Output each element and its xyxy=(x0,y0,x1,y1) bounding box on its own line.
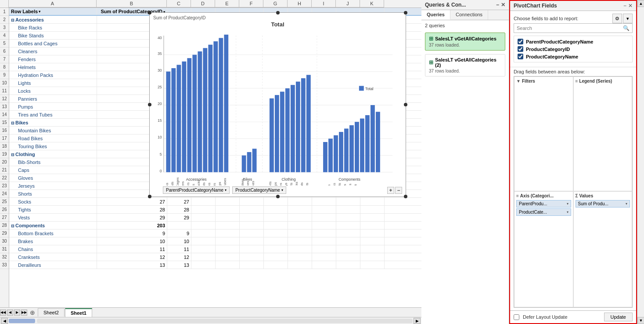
cell-j-27[interactable] xyxy=(336,214,360,221)
cell-e-31[interactable] xyxy=(216,245,240,253)
cell-d-26[interactable] xyxy=(191,206,216,213)
cell-d-27[interactable] xyxy=(191,214,216,221)
cell-a-33[interactable]: Derailleurs xyxy=(9,261,97,269)
col-header-e[interactable]: E xyxy=(215,0,239,7)
cell-j-28[interactable] xyxy=(336,222,360,229)
cell-c-32[interactable]: 12 xyxy=(167,253,191,261)
scroll-up-btn[interactable]: ▲ xyxy=(637,0,644,7)
cell-d-31[interactable] xyxy=(191,245,216,253)
cell-h-32[interactable] xyxy=(288,253,312,261)
cell-g-30[interactable] xyxy=(264,237,288,245)
cell-h-25[interactable] xyxy=(288,198,312,205)
cell-h-29[interactable] xyxy=(288,229,312,237)
cell-a-28[interactable]: ⊟Components xyxy=(9,222,97,229)
cell-b-27[interactable]: 29 xyxy=(97,214,167,221)
chart-handle-bottomright[interactable] xyxy=(404,195,407,198)
queries-close-btn[interactable]: ✕ xyxy=(501,2,505,8)
cell-c-26[interactable]: 28 xyxy=(167,206,191,213)
cell-a-10[interactable]: Lights xyxy=(9,79,97,87)
cell-d-25[interactable] xyxy=(191,198,216,205)
cell-j-33[interactable] xyxy=(336,261,360,269)
field-checkbox-3[interactable] xyxy=(518,54,523,59)
cell-f-33[interactable] xyxy=(240,261,264,269)
chart-handle-topright[interactable] xyxy=(404,11,407,15)
cell-f-29[interactable] xyxy=(240,229,264,237)
cell-b-26[interactable]: 28 xyxy=(97,206,167,213)
cell-a-13[interactable]: Pumps xyxy=(9,103,97,110)
cell-a-8[interactable]: Helmets xyxy=(9,63,97,71)
cell-g-32[interactable] xyxy=(264,253,288,261)
cell-a-32[interactable]: Cranksets xyxy=(9,253,97,261)
col-header-g[interactable]: G xyxy=(263,0,288,7)
cell-a-19[interactable]: ⊟Clothing xyxy=(9,150,97,158)
cell-c-33[interactable]: 13 xyxy=(167,261,191,269)
dropdown-button[interactable]: ▾ xyxy=(623,14,633,23)
cell-k-28[interactable] xyxy=(360,222,385,229)
cell-j-32[interactable] xyxy=(336,253,360,261)
cell-d-29[interactable] xyxy=(191,229,216,237)
values-pill-1[interactable]: Sum of Produ... ▾ xyxy=(576,200,630,208)
cell-g-25[interactable] xyxy=(264,198,288,205)
cell-b-25[interactable]: 27 xyxy=(97,198,167,205)
col-header-b[interactable]: B xyxy=(97,0,167,7)
cell-f-31[interactable] xyxy=(240,245,264,253)
col-header-f[interactable]: F xyxy=(239,0,263,7)
cell-j-26[interactable] xyxy=(336,206,360,213)
cell-a-30[interactable]: Brakes xyxy=(9,237,97,245)
cell-a-7[interactable]: Fenders xyxy=(9,55,97,63)
cell-b-33[interactable]: 13 xyxy=(97,261,167,269)
cell-k-27[interactable] xyxy=(360,214,385,221)
sheet-tab-sheet1[interactable]: Sheet1 xyxy=(65,308,92,317)
cell-e-25[interactable] xyxy=(216,198,240,205)
field-checkbox-2[interactable] xyxy=(518,46,523,52)
field-checkbox-1[interactable] xyxy=(518,39,523,44)
cell-e-27[interactable] xyxy=(216,214,240,221)
cell-h-28[interactable] xyxy=(288,222,312,229)
cell-h-27[interactable] xyxy=(288,214,312,221)
cell-c-25[interactable]: 27 xyxy=(167,198,191,205)
cell-i-27[interactable] xyxy=(312,214,336,221)
cell-f-25[interactable] xyxy=(240,198,264,205)
cell-a-12[interactable]: Panniers xyxy=(9,95,97,102)
query-item-1[interactable]: ⊞ SalesLT vGetAllCategories 37 rows load… xyxy=(425,33,505,51)
cell-b-32[interactable]: 12 xyxy=(97,253,167,261)
sheet-tab-sheet2[interactable]: Sheet2 xyxy=(38,308,65,317)
cell-j-25[interactable] xyxy=(336,198,360,205)
col-header-h[interactable]: H xyxy=(288,0,312,7)
cell-a-17[interactable]: Road Bikes xyxy=(9,135,97,142)
cell-a-3[interactable]: Bike Racks xyxy=(9,24,97,31)
col-header-j[interactable]: J xyxy=(336,0,360,7)
cell-g-26[interactable] xyxy=(264,206,288,213)
cell-i-26[interactable] xyxy=(312,206,336,213)
chart-minus-btn[interactable]: − xyxy=(395,187,402,194)
cell-b-29[interactable]: 9 xyxy=(97,229,167,237)
cell-a-4[interactable]: Bike Stands xyxy=(9,32,97,39)
defer-checkbox[interactable] xyxy=(514,314,519,320)
cell-k-32[interactable] xyxy=(360,253,385,261)
cell-a-16[interactable]: Mountain Bikes xyxy=(9,127,97,134)
cell-f-30[interactable] xyxy=(240,237,264,245)
cell-k-33[interactable] xyxy=(360,261,385,269)
nav-prev[interactable]: ◀ xyxy=(7,309,13,316)
cell-b-31[interactable]: 11 xyxy=(97,245,167,253)
cell-a-20[interactable]: Bib-Shorts xyxy=(9,158,97,166)
cell-j-31[interactable] xyxy=(336,245,360,253)
col-header-k[interactable]: K xyxy=(360,0,384,7)
search-box[interactable]: 🔍 xyxy=(514,23,633,33)
filter2-dropdown[interactable]: ProductCategoryName ▾ xyxy=(232,186,286,194)
nav-next[interactable]: ▶ xyxy=(14,309,20,316)
cell-e-33[interactable] xyxy=(216,261,240,269)
cell-f-28[interactable] xyxy=(240,222,264,229)
axis-pill-1[interactable]: ParentProdu... ▾ xyxy=(516,200,571,208)
cell-e-29[interactable] xyxy=(216,229,240,237)
pivotchart-collapse-btn[interactable]: − xyxy=(623,3,626,9)
cell-g-29[interactable] xyxy=(264,229,288,237)
cell-d-30[interactable] xyxy=(191,237,216,245)
cell-k-26[interactable] xyxy=(360,206,385,213)
cell-i-31[interactable] xyxy=(312,245,336,253)
col-header-a[interactable]: A xyxy=(9,0,97,7)
chart-handle-right[interactable] xyxy=(404,103,407,106)
axis-pill-2[interactable]: ProductCate... ▾ xyxy=(516,208,571,216)
cell-d-33[interactable] xyxy=(191,261,216,269)
cell-a-11[interactable]: Locks xyxy=(9,87,97,95)
